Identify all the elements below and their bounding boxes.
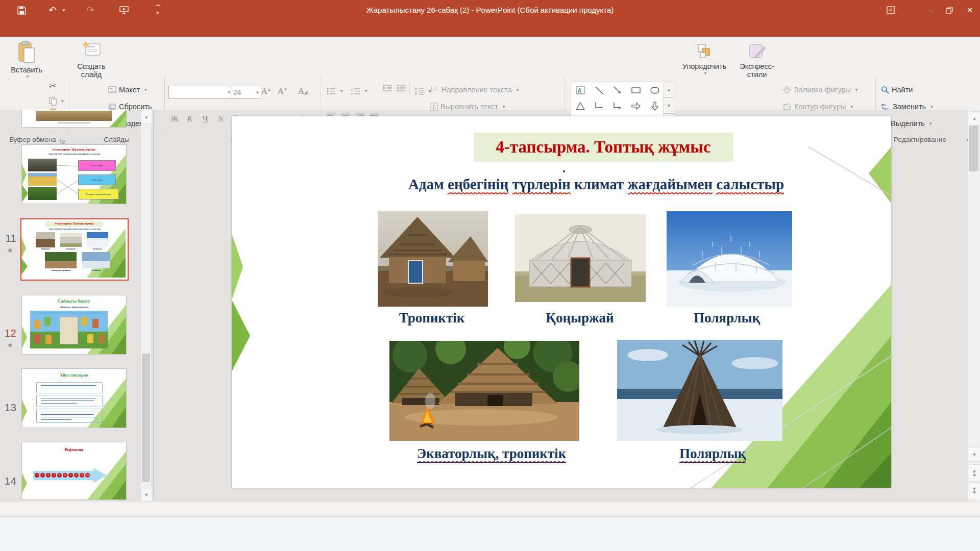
numbering-button[interactable]: 123▾	[351, 84, 368, 97]
photo-jungle-huts[interactable]	[389, 341, 579, 441]
window-title: Жаратылыстану 26-сабақ (2) - PowerPoint …	[0, 0, 980, 20]
clear-formatting-icon[interactable]: А◢	[298, 87, 307, 96]
replace-button[interactable]: abac Заменить▾	[881, 100, 933, 113]
bullets-button[interactable]: ▾	[327, 84, 343, 97]
canvas-scroll-thumb[interactable]	[969, 126, 978, 171]
thumb12-animation-star-icon[interactable]: ★	[7, 341, 13, 349]
shape-rectangle-icon[interactable]	[631, 85, 641, 95]
paste-button[interactable]: Вставить ▾	[6, 41, 47, 79]
shape-arrow-icon[interactable]	[612, 85, 623, 95]
arrange-label: Упорядочить	[682, 62, 726, 70]
line-spacing-button[interactable]: ▾	[414, 84, 431, 97]
thumbnail-scrollbar: ▲ ▼	[141, 110, 151, 501]
cut-icon[interactable]: ✂	[49, 81, 56, 91]
previous-slide-button[interactable]: ▲▲	[968, 464, 980, 482]
shrink-font-icon[interactable]: А▼	[278, 87, 287, 96]
label-polar-2[interactable]: Полярлық	[662, 446, 764, 462]
copy-button[interactable]: ▾	[49, 94, 64, 108]
undo-dropdown-icon[interactable]: ▾	[60, 0, 67, 20]
ribbon-tab-row: Файл Главная Вставка Дизайн Переходы Ани…	[0, 20, 980, 37]
font-name-combo[interactable]: ▾	[168, 86, 233, 98]
thumbnail-slide-10-partial[interactable]	[21, 110, 127, 128]
label-polar-1[interactable]: Полярлық	[676, 310, 778, 326]
bullets-icon	[327, 87, 336, 95]
shapes-scroll-up-icon[interactable]: ▲	[664, 82, 674, 98]
thumbnail-slide-14[interactable]: Үйге тапсырма	[21, 368, 127, 428]
line-spacing-icon	[414, 87, 424, 95]
canvas-scroll-down-icon[interactable]: ▼	[968, 447, 980, 462]
find-button[interactable]: Найти	[881, 83, 913, 96]
shapes-scroll-down-icon[interactable]: ▼	[664, 97, 674, 114]
ribbon-display-options-icon[interactable]	[880, 0, 901, 20]
text-direction-label: Направление текста	[442, 86, 511, 94]
align-text-button[interactable]: Выровнять текст▾	[430, 100, 505, 113]
underline-button[interactable]: Ч	[202, 114, 208, 123]
thumb11-box-temperate: Климаты қоңыржай елдер	[78, 189, 119, 199]
redo-icon[interactable]: ↷	[83, 0, 98, 20]
bold-button[interactable]: Ж	[170, 114, 179, 123]
grow-font-icon[interactable]: А▲	[261, 87, 271, 96]
close-button[interactable]: ✕	[960, 0, 980, 20]
arrange-button[interactable]: Упорядочить ▾	[677, 43, 731, 76]
canvas-scroll-up-icon[interactable]: ▲	[968, 111, 980, 126]
layout-button[interactable]: Макет▾	[108, 83, 147, 96]
thumbnail-slide-15[interactable]: Рефлексия 1 2 3 4 5 6 7 8 9 10	[21, 442, 127, 500]
thumb11-photo-1	[28, 159, 57, 171]
thumbnail-scroll-down-icon[interactable]: ▼	[141, 488, 152, 502]
quick-styles-label-2: стили	[747, 70, 767, 79]
decrease-indent-icon[interactable]	[383, 84, 392, 94]
slide-subtitle[interactable]: Адам еңбегінің түрлерін климат жағдайыме…	[386, 176, 806, 193]
ribbon: Вставить ▾ ✂ ▾ Буфер обмена Создать слай…	[0, 37, 980, 110]
shape-textbox-icon[interactable]: A	[575, 85, 585, 95]
text-direction-button[interactable]: A Направление текста▾	[430, 83, 519, 96]
minimize-button[interactable]: ─	[919, 0, 939, 20]
shape-outline-icon	[783, 103, 792, 111]
thumb12-photo-jungle	[45, 252, 77, 268]
increase-indent-icon[interactable]	[396, 84, 405, 94]
shape-line-icon[interactable]	[594, 85, 604, 95]
photo-chum-tent[interactable]	[617, 340, 782, 441]
shape-elbow-connector-icon[interactable]	[594, 101, 604, 111]
shape-triangle-icon[interactable]	[575, 101, 585, 111]
thumb11-box-hot: Ыстық елдер	[78, 160, 116, 171]
shape-oval-icon[interactable]	[650, 85, 660, 95]
thumb14-textbox-3	[36, 409, 103, 423]
label-tropic[interactable]: Тропиктік	[381, 310, 483, 326]
title-bar: Жаратылыстану 26-сабақ (2) - PowerPoint …	[0, 0, 980, 20]
photo-tropical-hut[interactable]	[378, 211, 488, 307]
italic-button[interactable]: К	[187, 114, 192, 123]
font-size-combo[interactable]: 24▾	[231, 86, 261, 98]
restore-button[interactable]	[939, 0, 960, 20]
thumb12-photo-hut	[36, 232, 55, 247]
save-icon[interactable]	[14, 0, 29, 20]
shape-outline-button[interactable]: Контур фигуры▾	[783, 100, 853, 113]
thumbnail-slide-12-selected[interactable]: 4-тапсырма. Топтық жұмыс Адам еңбегінің …	[20, 218, 129, 281]
thumb13-number: 13	[1, 402, 16, 414]
text-shadow-button[interactable]: S	[218, 114, 223, 123]
next-slide-button[interactable]: ▼▼	[968, 482, 980, 499]
thumbnail-slide-13[interactable]: Сабақты бекіту «Қоржын» ойыны арқылы	[21, 295, 127, 355]
shape-down-arrow-icon[interactable]	[650, 101, 660, 111]
paste-dropdown-icon: ▾	[27, 74, 29, 79]
label-temperate[interactable]: Қоңыржай	[529, 310, 631, 326]
thumbnail-scroll-up-icon[interactable]: ▲	[141, 110, 152, 124]
thumbnail-scroll-thumb[interactable]	[142, 354, 150, 482]
quick-styles-button[interactable]: Экспресс- стили	[733, 43, 780, 79]
shape-right-arrow-icon[interactable]	[631, 101, 641, 111]
slide-task-title[interactable]: 4-тапсырма. Топтық жұмыс	[474, 133, 733, 162]
start-slideshow-icon[interactable]	[116, 0, 132, 20]
shape-fill-button[interactable]: Заливка фигуры▾	[783, 83, 857, 96]
thumb12-label-4: Экваторлық, тропиктік	[42, 269, 80, 271]
qat-customize-icon[interactable]: ▔▾	[153, 0, 163, 20]
layout-icon	[108, 86, 116, 93]
photo-yurt[interactable]	[515, 214, 646, 302]
label-equatorial[interactable]: Экваторлық, тропиктік	[415, 446, 568, 462]
undo-icon[interactable]: ↶	[45, 0, 60, 20]
new-slide-button[interactable]: Создать слайд	[71, 41, 111, 79]
thumbnail-slide-11[interactable]: 3-тапсырма. Жұптық жұмыс Адам еңбегінің …	[21, 144, 127, 204]
photo-igloo[interactable]	[667, 211, 792, 307]
thumb11-animation-star-icon[interactable]: ★	[7, 246, 13, 254]
thumb15-circles: 1 2 3 4 5 6 7 8 9 10	[35, 473, 90, 478]
thumb14-textbox-2	[36, 395, 103, 407]
shape-elbow-arrow-icon[interactable]	[612, 101, 623, 111]
